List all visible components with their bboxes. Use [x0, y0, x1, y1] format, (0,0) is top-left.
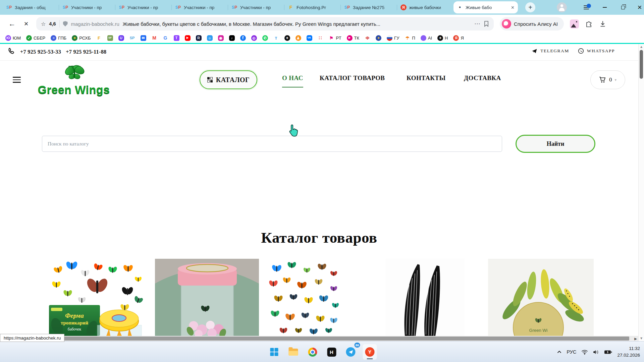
security-shield-icon[interactable] — [63, 21, 68, 26]
downloads-icon[interactable] — [599, 20, 606, 27]
bookmark-facebook[interactable]: f — [240, 35, 246, 41]
tray-chevron-icon[interactable] — [557, 351, 561, 353]
battery-icon[interactable] — [604, 350, 612, 354]
bookmark-sber[interactable]: ✓СБЕР — [26, 35, 45, 41]
bookmark-rshb[interactable]: ✶РСХБ — [72, 35, 91, 41]
bookmark-gmail[interactable]: M — [152, 35, 157, 41]
bookmark-instagram[interactable]: ◉ — [218, 35, 224, 41]
product-leaf-composition[interactable]: Green Wi — [488, 259, 594, 336]
back-button[interactable]: ← — [7, 20, 17, 28]
tab-yandex-search[interactable]: Я живые бабочки — [397, 1, 453, 13]
catalog-button[interactable]: КАТАЛОГ — [200, 70, 257, 89]
extensions-puzzle-icon[interactable] — [585, 20, 593, 28]
address-bar[interactable]: ☆ 4,6 magazin-babochek.ru Живые бабочки,… — [36, 17, 494, 31]
phone-number-1[interactable]: +7 925 925-53-33 — [20, 49, 61, 55]
bookmark-yoomoney[interactable]: ЮЮМ — [5, 35, 21, 41]
file-explorer-button[interactable] — [286, 344, 301, 360]
ask-alice-button[interactable]: Спросить Алису AI — [500, 17, 564, 31]
bookmark-rt[interactable]: ⚑РТ — [329, 35, 341, 41]
product-flower-cylinder[interactable] — [155, 259, 259, 336]
bookmark-sfr[interactable]: Ф — [365, 35, 370, 41]
profile-avatar[interactable] — [557, 2, 567, 12]
bookmark-yandex[interactable]: ЯЯ — [453, 35, 464, 41]
bookmark-u-shield[interactable]: U — [118, 35, 124, 41]
bookmark-umbrella[interactable]: ☂П — [405, 35, 415, 41]
rating-star-icon[interactable]: ☆ — [41, 21, 46, 27]
telegram-button[interactable]: 86 — [344, 344, 358, 360]
product-butterfly-farm-kit[interactable]: Ферма тропикарий бабочек — [47, 259, 148, 336]
bookmark-t-bank[interactable]: т — [273, 35, 279, 41]
stop-button[interactable]: ✕ — [21, 20, 31, 27]
bookmark-camera-app[interactable]: ◎ — [251, 35, 257, 41]
bookmark-star-app[interactable]: ✦ — [284, 35, 290, 41]
facebook-icon: f — [240, 35, 246, 41]
wifi-icon[interactable] — [581, 350, 588, 355]
bookmark-rutube[interactable]: R — [196, 35, 202, 41]
nav-link-catalog[interactable]: КАТАЛОГ ТОВАРОВ — [320, 74, 385, 82]
phone-number-2[interactable]: +7 925 925-11-88 — [66, 49, 106, 55]
bookmark-ai[interactable]: AI — [421, 35, 432, 41]
site-logo[interactable]: Green Wings — [32, 64, 116, 95]
bookmark-smiley-app[interactable]: ☺ — [207, 35, 213, 41]
bookmark-flag-icon[interactable] — [484, 21, 489, 27]
overflow-icon[interactable]: ⋯ — [474, 20, 480, 27]
window-minimize-button[interactable] — [599, 3, 610, 12]
whatsapp-link[interactable]: WHATSAPP — [578, 48, 615, 54]
bookmark-google[interactable]: G — [163, 35, 168, 41]
h-app-button[interactable]: H — [325, 344, 339, 360]
bookmark-n-star[interactable]: ✦Н — [437, 35, 448, 41]
scroll-down-arrow-icon[interactable]: ▼ — [639, 337, 644, 340]
vertical-scrollbar[interactable]: ▲ ▼ — [638, 44, 644, 341]
vertical-scrollbar-thumb[interactable] — [640, 50, 643, 79]
bookmark-gazprombank[interactable]: ≡ГПБ — [51, 35, 66, 41]
bookmark-dots-app[interactable]: ∷ — [318, 35, 323, 41]
nav-link-delivery[interactable]: ДОСТАВКА — [464, 74, 501, 82]
bookmark-odnoklassniki[interactable]: ♟ — [296, 35, 301, 41]
keyboard-language[interactable]: РУС — [567, 349, 576, 355]
bookmark-emblem[interactable]: ✦ — [376, 35, 381, 41]
yandex-browser-button[interactable]: Y — [363, 344, 377, 360]
scroll-right-arrow-icon[interactable]: ▶ — [634, 337, 637, 341]
chrome-button[interactable] — [306, 344, 320, 360]
tab-close-icon[interactable]: ✕ — [511, 5, 515, 10]
tab-sp-tasks[interactable]: SP Задания - общ — [3, 1, 59, 13]
product-black-butterfly-wings[interactable] — [386, 259, 465, 336]
tab-sp-task-275[interactable]: SP Задание №275 — [341, 1, 397, 13]
bookmark-sf[interactable]: SF — [107, 35, 113, 41]
horizontal-scrollbar-thumb[interactable] — [0, 337, 629, 341]
bookmark-tiktok[interactable]: ♪ — [229, 35, 235, 41]
window-restore-button[interactable] — [617, 3, 629, 12]
search-input[interactable] — [42, 136, 502, 152]
nav-link-about[interactable]: О НАС — [282, 74, 303, 87]
bookmark-gosuslugi[interactable]: ГУ — [387, 35, 399, 41]
search-submit-button[interactable]: Найти — [516, 135, 595, 153]
product-butterfly-collection[interactable] — [265, 259, 342, 336]
window-close-button[interactable]: ✕ — [634, 3, 644, 12]
tab-sp-members-1[interactable]: SP Участники - пр — [59, 1, 115, 13]
wallpaper-icon[interactable] — [570, 19, 579, 28]
tab-sp-members-3[interactable]: SP Участники - пр — [172, 1, 228, 13]
browser-menu-icon[interactable] — [581, 2, 591, 12]
scroll-up-arrow-icon[interactable]: ▲ — [639, 45, 644, 48]
tab-sp-members-4[interactable]: SP Участники - пр — [228, 1, 284, 13]
bookmark-mail[interactable]: ✉ — [141, 35, 146, 41]
tab-active-butterflies[interactable]: • Живые бабо ✕ — [453, 1, 518, 13]
telegram-link[interactable]: TELEGRAM — [532, 48, 569, 54]
bookmark-whatsapp[interactable]: ✆ — [262, 35, 268, 41]
taskbar-clock[interactable]: 11:32 27.02.2026 — [617, 345, 640, 358]
bookmark-sp[interactable]: SP — [129, 35, 135, 41]
horizontal-scrollbar[interactable]: ▶ — [0, 336, 638, 341]
hamburger-menu-icon[interactable] — [13, 77, 21, 83]
start-button[interactable] — [267, 344, 281, 360]
volume-icon[interactable] — [593, 350, 599, 355]
tab-sp-members-2[interactable]: SP Участники - пр — [115, 1, 172, 13]
bookmark-vk[interactable]: VK — [307, 35, 312, 41]
bookmark-twitch[interactable]: Т — [174, 35, 179, 41]
bookmark-youtube[interactable]: ▶ — [185, 35, 191, 41]
bookmark-fotohosting[interactable]: F — [96, 35, 102, 41]
bookmark-tk[interactable]: ▶ТК — [347, 35, 360, 41]
tab-fotohosting[interactable]: F Fotohosting.Pr — [284, 1, 341, 13]
nav-link-contacts[interactable]: КОНТАКТЫ — [407, 74, 446, 82]
new-tab-button[interactable]: + — [525, 2, 535, 12]
cart-button[interactable]: 0 ▾ — [590, 70, 625, 89]
